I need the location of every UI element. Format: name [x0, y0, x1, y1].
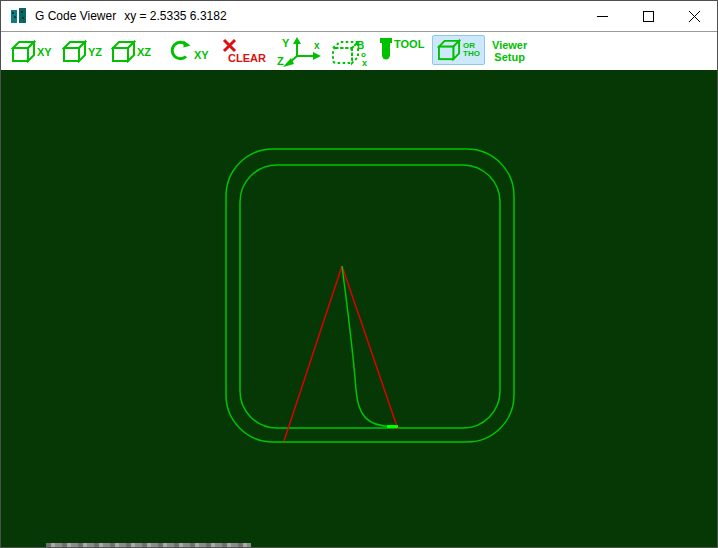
- viewer-setup-line1: Viewer: [492, 39, 527, 51]
- rotate-xy-label: XY: [194, 49, 209, 61]
- rotate-icon: [169, 38, 193, 62]
- background-window-sliver: [46, 543, 251, 547]
- app-icon: [10, 8, 27, 25]
- box-x-label: x: [362, 58, 367, 67]
- viewer-setup-line2: Setup: [494, 51, 525, 63]
- caption-buttons: [579, 1, 717, 31]
- rapid-move-line-right: [342, 266, 398, 430]
- outer-contour-path: [226, 149, 514, 442]
- clear-x-icon: [222, 38, 238, 53]
- ortho-cube-icon: [437, 38, 461, 62]
- titlebar[interactable]: G Code Viewer xy = 2.5335 6.3182: [1, 1, 717, 31]
- axis-y-label: Y: [282, 37, 290, 49]
- view-yz-label: YZ: [88, 46, 102, 58]
- axis-z-label: Z: [277, 55, 284, 67]
- ortho-toggle-button[interactable]: OR THO: [432, 35, 485, 65]
- minimize-button[interactable]: [579, 1, 625, 31]
- viewer-setup-button[interactable]: Viewer Setup: [492, 39, 527, 63]
- view-xz-label: XZ: [137, 46, 151, 58]
- rapid-move-line-left: [284, 266, 342, 441]
- inner-contour-path: [240, 165, 500, 428]
- tool-bit-icon: [379, 38, 393, 61]
- view-xy-label: XY: [37, 46, 52, 58]
- close-button[interactable]: [671, 1, 717, 31]
- cube-icon: [62, 40, 87, 63]
- cube-icon: [111, 40, 136, 63]
- box-button[interactable]: B o x: [330, 38, 368, 67]
- clear-button[interactable]: CLEAR: [222, 38, 266, 63]
- view-yz-button[interactable]: YZ: [62, 40, 102, 63]
- gcode-viewer-window: G Code Viewer xy = 2.5335 6.3182 XY: [0, 0, 718, 548]
- rotate-xy-button[interactable]: XY: [169, 38, 209, 62]
- tool-label: TOOL: [394, 38, 424, 50]
- minimize-icon: [597, 11, 608, 22]
- clear-label: CLEAR: [228, 53, 266, 63]
- cube-icon: [11, 40, 36, 63]
- window-title: G Code Viewer: [35, 9, 116, 23]
- viewer-setup-label: Viewer Setup: [492, 39, 527, 63]
- coordinate-readout: xy = 2.5335 6.3182: [124, 9, 226, 23]
- axis-orientation-button[interactable]: Y x Z: [277, 36, 325, 67]
- ortho-label: OR THO: [463, 42, 480, 58]
- view-xy-button[interactable]: XY: [11, 40, 52, 63]
- box-dashed-cube-icon: B o x: [330, 38, 368, 67]
- close-icon: [689, 11, 700, 22]
- toolbar: XY YZ XZ XY: [1, 31, 717, 70]
- toolpath-drawing: [1, 70, 718, 547]
- ortho-label-bottom: THO: [463, 49, 480, 58]
- maximize-button[interactable]: [625, 1, 671, 31]
- gcode-viewport[interactable]: [1, 70, 717, 547]
- view-xz-button[interactable]: XZ: [111, 40, 151, 63]
- axis-x-label: x: [314, 40, 320, 51]
- maximize-icon: [643, 11, 654, 22]
- tool-button[interactable]: TOOL: [379, 38, 424, 61]
- axis-icon: Y x Z: [277, 36, 325, 67]
